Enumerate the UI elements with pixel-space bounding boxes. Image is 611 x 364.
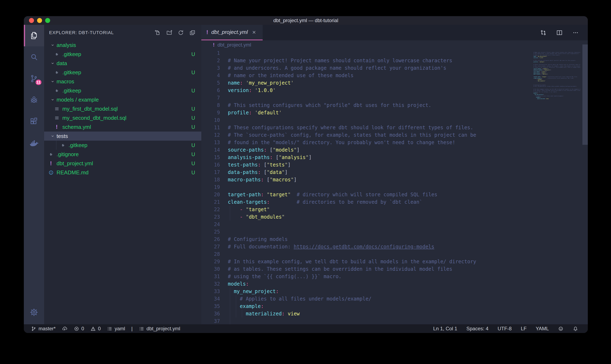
tree-file-my-second-dbt-model-sql[interactable]: my_second_dbt_model.sqlU	[44, 113, 201, 122]
code-line[interactable]: 7	[201, 94, 588, 102]
open-changes-button[interactable]	[540, 29, 547, 36]
tree-file-readme-md[interactable]: README.mdU	[44, 168, 201, 177]
code-line[interactable]: 4# name or the intended use of these mod…	[201, 72, 588, 79]
code-line[interactable]: 19	[201, 183, 588, 191]
code-line[interactable]: 6version: '1.0.0'	[201, 87, 588, 94]
new-folder-button[interactable]	[166, 30, 172, 36]
tree-folder-data[interactable]: data	[44, 59, 201, 68]
collapse-folders-button[interactable]	[189, 30, 195, 36]
code-token: "	[267, 192, 270, 197]
tree-file--gitkeep[interactable]: .gitkeepU	[44, 50, 201, 59]
status-cursor-position[interactable]: Ln 1, Col 1	[433, 326, 457, 332]
code-line[interactable]: 25	[201, 228, 588, 235]
minimize-window-button[interactable]	[37, 18, 42, 23]
code-token: [	[267, 177, 270, 183]
status-linter-language[interactable]: yaml	[107, 326, 125, 332]
code-editor[interactable]: 12# Name your project! Project names sho…	[201, 50, 588, 324]
code-line[interactable]: 27# Full documentation: https://docs.get…	[201, 243, 588, 250]
explorer-toolbar	[154, 30, 195, 36]
code-line[interactable]: 26# Configuring models	[201, 235, 588, 243]
split-icon	[556, 29, 563, 36]
doc-link[interactable]: https://docs.getdbt.com/docs/configuring…	[294, 244, 434, 250]
breadcrumb-item[interactable]: dbt_project.yml	[218, 42, 251, 48]
activity-item-source-control[interactable]: 11	[24, 68, 44, 89]
status-errors[interactable]: 0	[74, 326, 84, 332]
git-file-icon	[54, 88, 60, 93]
code-line[interactable]: 11# These configurations specify where d…	[201, 124, 588, 131]
status-encoding[interactable]: UTF-8	[498, 326, 512, 332]
code-line[interactable]: 5name: 'my_new_project'	[201, 79, 588, 87]
code-line[interactable]: 15analysis-paths: ["analysis"]	[201, 154, 588, 161]
status-indentation[interactable]: Spaces: 4	[466, 326, 489, 332]
code-line[interactable]: 14source-paths: ["models"]	[201, 146, 588, 154]
code-line[interactable]: 24	[201, 221, 588, 228]
code-line[interactable]: 13# found in the "models/" directory. Yo…	[201, 139, 588, 146]
code-line[interactable]: 33 my_new_project:	[201, 288, 588, 295]
tree-folder-macros[interactable]: macros	[44, 77, 201, 86]
status-feedback[interactable]	[558, 326, 564, 332]
status-eol[interactable]: LF	[521, 326, 527, 332]
tree-folder-models-example[interactable]: models / example	[44, 95, 201, 104]
code-line[interactable]: 28	[201, 250, 588, 258]
minimap[interactable]: # Name your project! Project names shoul…	[534, 50, 580, 101]
activity-item-settings[interactable]	[24, 301, 44, 323]
zoom-window-button[interactable]	[45, 18, 50, 23]
activity-item-search[interactable]	[24, 46, 44, 68]
code-line[interactable]: 29# In this example config, we tell dbt …	[201, 258, 588, 265]
code-line[interactable]: 36 materialized: view	[201, 310, 588, 317]
code-line[interactable]: 35 example:	[201, 303, 588, 310]
code-line[interactable]: 30# as tables. These settings can be ove…	[201, 265, 588, 273]
code-line[interactable]: 10	[201, 117, 588, 124]
code-line[interactable]: 16test-paths: ["tests"]	[201, 161, 588, 169]
code-line[interactable]: 20target-path: "target" # directory whic…	[201, 191, 588, 198]
tree-file-schema-yml[interactable]: !schema.ymlU	[44, 122, 201, 131]
tree-file--gitignore[interactable]: .gitignoreU	[44, 150, 201, 159]
code-line[interactable]: 9profile: 'default'	[201, 109, 588, 117]
code-line[interactable]: 8# This setting configures which "profil…	[201, 102, 588, 109]
editor-scrollbar[interactable]	[583, 44, 588, 145]
code-line[interactable]: 37	[201, 317, 588, 324]
activity-item-explorer[interactable]	[24, 25, 44, 46]
status-publish-changes[interactable]	[62, 326, 68, 332]
activity-item-docker[interactable]	[24, 132, 44, 154]
tree-folder-analysis[interactable]: analysis	[44, 40, 201, 50]
tree-item-label: .gitkeep	[62, 69, 81, 76]
code-line[interactable]: 2# Name your project! Project names shou…	[201, 57, 588, 64]
code-token: '	[291, 80, 293, 86]
refresh-explorer-button[interactable]	[178, 30, 184, 36]
new-file-button[interactable]	[154, 30, 161, 36]
tree-file--gitkeep[interactable]: .gitkeepU	[44, 68, 201, 77]
more-actions-button[interactable]	[572, 29, 579, 36]
line-number: 9	[201, 109, 220, 117]
status-linter-file[interactable]: dbt_project.yml	[139, 326, 180, 332]
code-line[interactable]: 18macro-paths: ["macros"]	[201, 176, 588, 183]
status-notifications[interactable]	[573, 326, 578, 332]
code-line[interactable]: 34 # Applies to all files under models/e…	[201, 295, 588, 303]
status-language-mode[interactable]: YAML	[536, 326, 549, 332]
code-line[interactable]: 21clean-targets: # directories to be rem…	[201, 198, 588, 206]
code-line[interactable]: 1	[201, 50, 588, 57]
status-git-branch[interactable]: master*	[31, 326, 56, 332]
code-token: "	[291, 177, 293, 183]
close-tab-icon[interactable]: ×	[252, 29, 256, 36]
code-line[interactable]: 23 - "dbt_modules"	[201, 213, 588, 221]
close-window-button[interactable]	[29, 18, 34, 23]
code-line[interactable]: 12# The `source-paths` config, for examp…	[201, 131, 588, 139]
tree-file--gitkeep[interactable]: .gitkeepU	[44, 86, 201, 95]
tree-folder-tests[interactable]: tests	[44, 131, 201, 141]
tree-file-dbt-project-yml[interactable]: !dbt_project.ymlU	[44, 159, 201, 168]
code-line[interactable]: 17data-paths: ["data"]	[201, 169, 588, 176]
code-line[interactable]: 32models:	[201, 280, 588, 288]
tree-file-my-first-dbt-model-sql[interactable]: my_first_dbt_model.sqlU	[44, 104, 201, 113]
code-line[interactable]: 22 - "target"	[201, 206, 588, 213]
code-token: models	[228, 281, 246, 287]
status-warnings[interactable]: 0	[90, 326, 101, 332]
activity-item-extensions[interactable]	[24, 111, 44, 132]
tab-dbt-project-yml[interactable]: ! dbt_project.yml ×	[201, 25, 263, 40]
code-line[interactable]: 31# using the `{{ config(...) }}` macro.	[201, 273, 588, 280]
activity-bar: 11	[24, 25, 44, 324]
tree-file--gitkeep[interactable]: .gitkeepU	[44, 141, 201, 150]
activity-item-run-debug[interactable]	[24, 89, 44, 111]
split-editor-button[interactable]	[556, 29, 563, 36]
code-line[interactable]: 3# and underscores. A good package name …	[201, 64, 588, 72]
